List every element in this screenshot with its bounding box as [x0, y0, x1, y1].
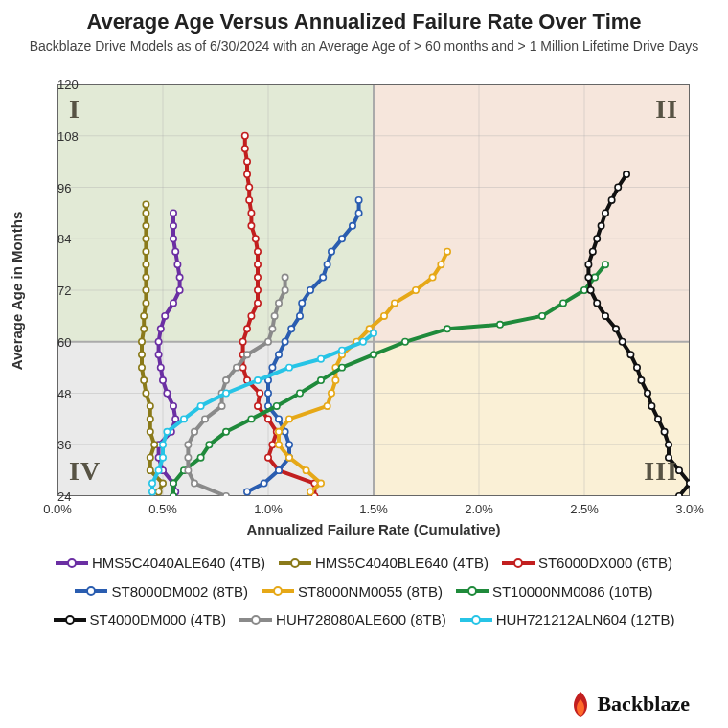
svg-point-46: [148, 467, 153, 473]
svg-point-210: [164, 429, 170, 435]
svg-point-44: [155, 489, 161, 494]
svg-point-128: [324, 403, 330, 409]
svg-point-223: [291, 559, 299, 567]
svg-point-36: [171, 300, 176, 306]
svg-point-166: [661, 429, 667, 435]
svg-point-187: [223, 493, 229, 496]
svg-point-186: [624, 171, 629, 177]
svg-point-174: [613, 326, 619, 331]
svg-point-212: [197, 403, 203, 409]
svg-point-157: [560, 300, 566, 306]
y-tick: 108: [57, 128, 63, 143]
svg-point-229: [274, 587, 282, 595]
svg-point-113: [307, 287, 313, 293]
svg-point-203: [282, 287, 287, 293]
svg-point-27: [172, 416, 178, 421]
y-tick: 84: [57, 232, 63, 246]
svg-point-208: [160, 454, 166, 460]
svg-point-76: [257, 390, 262, 396]
y-tick: 48: [57, 386, 63, 400]
plot-area: I II III IV 24364860728496108120 0.0%0.5…: [57, 84, 690, 496]
svg-point-31: [158, 364, 164, 370]
svg-point-147: [248, 416, 254, 421]
legend-swatch-icon: [262, 584, 294, 598]
quadrant-iii-label: III: [644, 456, 678, 487]
y-axis-label-container: Average Age in Months: [8, 84, 27, 496]
svg-point-95: [242, 146, 248, 151]
legend-item: ST8000DM002 (8TB): [75, 580, 248, 604]
svg-point-129: [329, 390, 334, 396]
svg-point-181: [594, 236, 600, 241]
svg-point-84: [255, 287, 261, 293]
svg-point-159: [592, 274, 598, 280]
svg-point-201: [271, 313, 277, 319]
svg-point-194: [218, 403, 224, 409]
svg-point-165: [666, 442, 671, 447]
svg-point-191: [185, 442, 191, 447]
svg-point-214: [255, 377, 261, 383]
svg-point-121: [307, 489, 313, 494]
svg-point-71: [265, 454, 271, 460]
svg-point-160: [603, 262, 608, 267]
svg-point-39: [174, 262, 180, 267]
svg-point-112: [299, 300, 305, 306]
svg-point-148: [274, 403, 280, 409]
svg-point-61: [143, 274, 148, 280]
svg-point-57: [141, 326, 147, 331]
svg-point-209: [160, 442, 166, 447]
svg-point-94: [244, 158, 250, 164]
svg-point-63: [143, 248, 148, 254]
legend-item: ST8000NM0055 (8TB): [262, 580, 443, 604]
x-axis-label: Annualized Failure Rate (Cumulative): [57, 521, 690, 537]
svg-point-86: [255, 262, 261, 267]
svg-point-66: [143, 210, 148, 216]
svg-point-123: [303, 467, 308, 473]
svg-point-52: [143, 390, 148, 396]
svg-point-237: [472, 616, 480, 624]
svg-point-197: [234, 364, 239, 370]
svg-point-108: [276, 352, 282, 357]
svg-point-145: [206, 442, 212, 447]
svg-point-205: [149, 489, 155, 494]
svg-point-59: [143, 300, 148, 306]
svg-point-111: [297, 313, 303, 319]
quadrant-ii-label: II: [655, 94, 678, 125]
svg-point-204: [282, 274, 287, 280]
svg-point-180: [590, 248, 596, 254]
svg-point-40: [172, 248, 178, 254]
legend-label: ST6000DX000 (6TB): [538, 551, 672, 576]
legend-label: HUH728080ALE600 (8TB): [276, 607, 446, 632]
svg-point-137: [413, 287, 419, 293]
svg-point-138: [429, 274, 435, 280]
svg-point-206: [149, 480, 155, 486]
x-tick: 1.0%: [254, 496, 283, 516]
svg-point-60: [143, 287, 148, 293]
svg-point-85: [255, 274, 261, 280]
svg-point-42: [171, 223, 176, 229]
svg-point-177: [587, 287, 593, 293]
legend-swatch-icon: [502, 557, 535, 570]
svg-point-218: [360, 339, 366, 345]
svg-point-219: [371, 330, 376, 336]
svg-point-117: [339, 236, 345, 241]
y-tick: 36: [57, 438, 63, 452]
legend-swatch-icon: [56, 557, 88, 570]
svg-point-144: [197, 454, 203, 460]
svg-point-115: [324, 262, 330, 267]
svg-point-130: [332, 377, 338, 383]
svg-point-89: [248, 223, 254, 229]
chart-title: Average Age Versus Annualized Failure Ra…: [0, 10, 728, 34]
svg-point-114: [320, 274, 326, 280]
svg-point-29: [164, 390, 170, 396]
svg-point-155: [497, 322, 503, 328]
svg-point-32: [155, 352, 161, 357]
chart-container: { "title": "Average Age Versus Annualize…: [0, 10, 728, 728]
quadrant-i-label: I: [69, 94, 80, 125]
legend-label: ST4000DM000 (4TB): [90, 607, 227, 632]
legend-swatch-icon: [239, 613, 272, 626]
svg-point-64: [143, 236, 148, 241]
svg-point-233: [66, 616, 74, 624]
legend-item: HMS5C4040ALE640 (4TB): [56, 551, 265, 576]
svg-point-198: [244, 352, 250, 357]
y-axis-label: Average Age in Months: [10, 211, 26, 370]
